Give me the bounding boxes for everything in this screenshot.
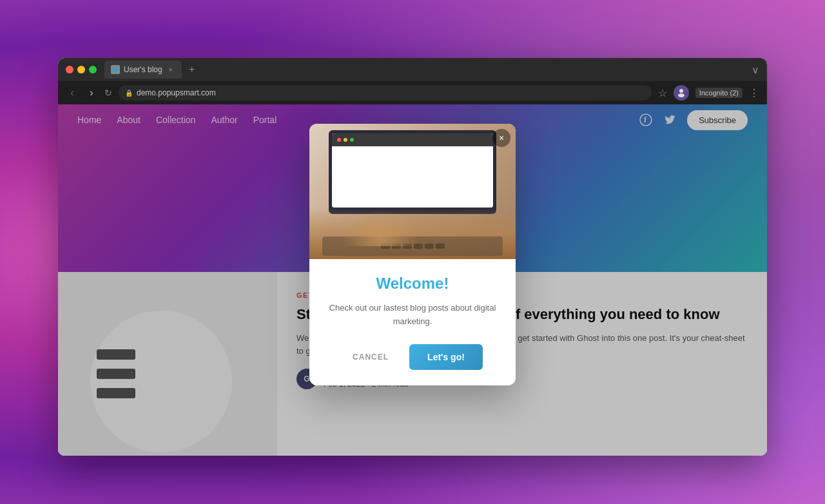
popup-image: × [309,124,516,259]
popup-body: Welcome! Check out our lastest blog post… [309,259,516,385]
lock-icon: 🔒 [125,90,133,97]
fullscreen-window-button[interactable] [89,66,97,73]
popup-actions: CANCEL Let's go! [327,344,498,370]
close-window-button[interactable] [66,66,73,73]
popup-cta-button[interactable]: Let's go! [409,344,483,370]
popup-description: Check out our lastest blog posts about d… [327,302,498,329]
tab-title: User's blog [124,65,162,74]
profile-button[interactable] [674,85,689,101]
popup-close-button[interactable]: × [492,129,510,147]
svg-point-1 [678,93,684,97]
url-bar[interactable]: 🔒 demo.popupsmart.com [119,85,652,101]
url-text: demo.popupsmart.com [137,88,216,97]
tab-bar: 🌐 User's blog × + ∨ [104,61,759,79]
address-bar: ‹ › ↻ 🔒 demo.popupsmart.com ☆ Incognito … [58,81,767,104]
popup-overlay: × Welcome! Check out our lastest blog po… [58,104,767,456]
minimize-window-button[interactable] [77,66,85,73]
forward-button[interactable]: › [85,87,98,99]
refresh-button[interactable]: ↻ [104,88,112,98]
popup-modal: × Welcome! Check out our lastest blog po… [309,124,516,385]
new-tab-button[interactable]: + [184,62,200,77]
back-button[interactable]: ‹ [66,87,79,99]
browser-window: 🌐 User's blog × + ∨ ‹ › ↻ 🔒 demo.popupsm… [58,58,767,456]
title-bar: 🌐 User's blog × + ∨ [58,58,767,81]
tab-expand-button[interactable]: ∨ [752,64,759,76]
popup-title: Welcome! [327,275,498,293]
incognito-badge: Incognito (2) [695,88,742,98]
bookmark-button[interactable]: ☆ [658,87,667,99]
browser-menu-button[interactable]: ⋮ [749,87,759,99]
active-tab[interactable]: 🌐 User's blog × [104,61,182,79]
tab-favicon: 🌐 [111,65,120,74]
traffic-lights [66,66,97,73]
popup-cancel-button[interactable]: CANCEL [342,346,399,368]
website-content: Home About Collection Author Portal f [58,104,767,456]
tab-close-button[interactable]: × [166,65,175,74]
svg-point-0 [679,89,683,93]
